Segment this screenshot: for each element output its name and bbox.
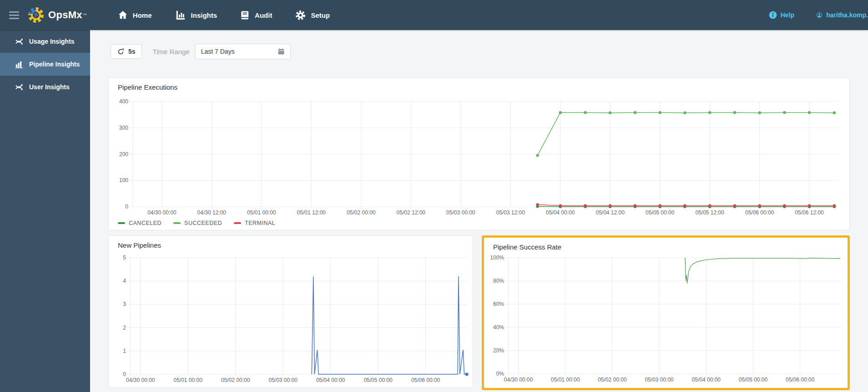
svg-text:0%: 0% [496,371,505,377]
svg-text:200: 200 [119,151,128,158]
pipeline-success-rate-chart: 0%20%40%60%80%100%04/30 00:0005/01 00:00… [488,253,844,386]
help-label: Help [781,11,794,19]
svg-text:80%: 80% [493,278,504,284]
svg-text:40%: 40% [493,324,504,331]
legend-label: SUCCEEDED [184,220,222,226]
legend-swatch [234,222,241,224]
time-range-select[interactable]: Last 7 Days [195,44,291,59]
svg-text:20%: 20% [493,347,504,354]
nav-item-setup[interactable]: Setup [283,0,341,30]
svg-text:04/30 00:00: 04/30 00:00 [147,209,177,216]
svg-text:05/02 00:00: 05/02 00:00 [221,377,250,383]
svg-text:05/05 12:00: 05/05 12:00 [695,209,724,216]
nav-label: Audit [255,11,272,19]
pipeline-executions-card: Pipeline Executions 010020030040004/30 0… [108,77,850,230]
svg-text:05/04 12:00: 05/04 12:00 [595,209,625,216]
svg-text:05/05 00:00: 05/05 00:00 [646,209,675,216]
main-nav: Home Insights Audit [106,0,341,30]
chart-legend: CANCELEDSUCCEEDEDTERMINAL [118,220,275,226]
sidebar-item-usage-insights[interactable]: Usage Insights [0,30,90,53]
pipeline-insights-icon [15,60,24,69]
topbar-right: Help haritha.komp. [768,10,868,20]
svg-text:1: 1 [123,348,126,354]
svg-text:05/01 00:00: 05/01 00:00 [247,209,276,216]
sidebar-item-user-insights[interactable]: User Insights [0,76,90,98]
svg-text:100: 100 [119,177,128,183]
legend-label: TERMINAL [245,220,275,226]
bar-chart-icon [175,9,187,21]
legend-item[interactable]: CANCELED [118,220,161,226]
home-icon [117,10,128,20]
refresh-interval-button[interactable]: 5s [111,44,142,59]
opsmx-logo[interactable]: OpsMx ™ [27,6,87,24]
user-avatar-icon [816,10,823,20]
pipeline-success-rate-title: Pipeline Success Rate [493,243,561,251]
opsmx-gear-icon [27,6,45,24]
toolbar: 5s Time Range Last 7 Days [111,44,291,59]
legend-item[interactable]: TERMINAL [234,220,275,226]
nav-item-insights[interactable]: Insights [163,0,229,30]
svg-text:05/06 00:00: 05/06 00:00 [745,209,774,216]
sidebar: Usage Insights Pipeline Insights User In… [0,30,90,392]
time-range-value: Last 7 Days [201,48,235,55]
svg-text:0: 0 [125,204,128,210]
svg-text:05/03 00:00: 05/03 00:00 [446,209,475,216]
svg-text:05/04 00:00: 05/04 00:00 [692,377,721,383]
nav-item-home[interactable]: Home [106,0,163,30]
svg-text:05/05 00:00: 05/05 00:00 [739,377,768,383]
svg-text:04/30 00:00: 04/30 00:00 [126,377,155,383]
svg-text:05/04 00:00: 05/04 00:00 [546,209,575,216]
sidebar-item-label: Pipeline Insights [29,61,80,68]
hamburger-menu-icon[interactable] [9,10,20,21]
legend-label: CANCELED [129,220,161,226]
calendar-icon [278,48,285,55]
sidebar-item-pipeline-insights[interactable]: Pipeline Insights [0,53,90,76]
time-range-label: Time Range [153,48,190,56]
svg-text:100%: 100% [490,255,504,261]
help-button[interactable]: Help [768,10,794,20]
usage-insights-icon [15,37,24,46]
svg-text:2: 2 [123,325,126,331]
svg-text:04/30 00:00: 04/30 00:00 [504,377,533,383]
refresh-interval-label: 5s [128,48,136,55]
nav-label: Home [133,11,152,19]
svg-text:05/04 00:00: 05/04 00:00 [316,377,345,383]
legend-item[interactable]: SUCCEEDED [173,220,222,226]
svg-text:05/06 00:00: 05/06 00:00 [411,377,440,383]
legend-swatch [173,222,181,224]
info-icon [768,10,777,20]
svg-text:300: 300 [119,125,128,131]
top-navigation-bar: OpsMx ™ Home Insights [0,0,868,30]
new-pipelines-card: New Pipelines 01234504/30 00:0005/01 00:… [108,235,473,388]
svg-text:0: 0 [123,371,126,377]
svg-text:05/03 12:00: 05/03 12:00 [496,209,525,216]
svg-text:400: 400 [119,98,128,105]
sidebar-item-label: Usage Insights [29,38,75,45]
pipeline-success-rate-card: Pipeline Success Rate 0%20%40%60%80%100%… [482,235,850,390]
sidebar-item-label: User Insights [29,83,70,91]
logo-text: OpsMx [48,9,82,21]
legend-swatch [118,222,125,224]
refresh-icon [117,48,125,56]
svg-text:04/30 12:00: 04/30 12:00 [197,209,227,216]
svg-text:5: 5 [123,255,126,261]
svg-text:60%: 60% [493,301,504,307]
nav-item-audit[interactable]: Audit [228,0,283,30]
svg-text:05/01 12:00: 05/01 12:00 [297,209,326,216]
user-menu[interactable]: haritha.komp. [816,10,868,20]
svg-text:3: 3 [123,301,126,307]
username-label: haritha.komp. [826,11,868,19]
svg-text:05/03 00:00: 05/03 00:00 [268,377,298,383]
pipeline-executions-chart: 010020030040004/30 00:0004/30 12:0005/01… [112,94,847,223]
user-insights-icon [15,83,24,92]
svg-text:05/06 12:00: 05/06 12:00 [795,209,824,216]
new-pipelines-title: New Pipelines [118,241,161,249]
logo-trademark: ™ [83,13,87,17]
svg-text:05/01 00:00: 05/01 00:00 [551,377,580,383]
svg-text:05/05 00:00: 05/05 00:00 [363,377,393,383]
setup-gear-icon [295,10,306,21]
svg-text:05/02 00:00: 05/02 00:00 [598,377,627,383]
svg-text:4: 4 [123,278,126,284]
svg-text:05/01 00:00: 05/01 00:00 [173,377,202,383]
nav-label: Setup [311,11,330,19]
